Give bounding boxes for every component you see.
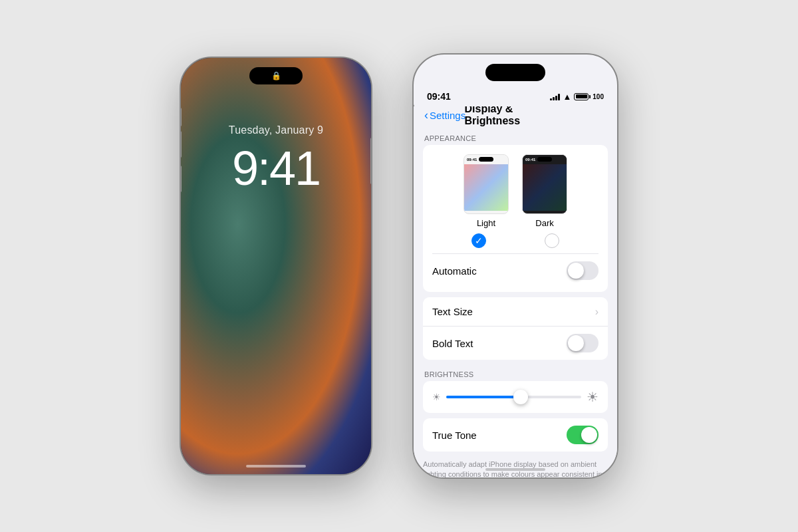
appearance-option-dark[interactable]: 09:41 Dark — [522, 154, 567, 228]
left-phone: 🔒 Tuesday, January 9 9:41 — [180, 57, 372, 475]
home-indicator-left — [246, 465, 306, 467]
signal-bars-icon — [550, 92, 560, 100]
thumb-content-dark — [523, 164, 567, 211]
appearance-option-light[interactable]: 09:41 Light — [464, 154, 509, 228]
signal-bar-4 — [558, 94, 560, 100]
settings-content[interactable]: ‹ Settings Display & Brightness APPEARAN… — [414, 106, 617, 477]
brightness-section-label: BRIGHTNESS — [414, 365, 617, 381]
appearance-card: 09:41 Light 09:41 Dark — [423, 145, 608, 292]
brightness-track[interactable] — [446, 396, 581, 398]
text-section-card: Text Size › Bold Text — [423, 297, 608, 360]
lockscreen-time: 9:41 — [181, 141, 371, 196]
status-icons: ▲ 100 — [550, 92, 604, 102]
text-size-chevron-icon: › — [595, 306, 598, 318]
light-mode-label: Light — [477, 218, 495, 228]
signal-bar-1 — [550, 98, 552, 100]
radio-dark[interactable] — [545, 233, 559, 248]
dynamic-island-right — [485, 64, 545, 81]
bold-text-label: Bold Text — [432, 338, 567, 349]
back-button[interactable]: ‹ Settings — [424, 109, 466, 121]
light-mode-thumb: 09:41 — [464, 154, 509, 214]
silent-button-left[interactable] — [180, 108, 182, 126]
lock-icon: 🔒 — [271, 71, 281, 80]
true-tone-description: Automatically adapt iPhone display based… — [414, 457, 617, 477]
sun-small-icon: ☀ — [432, 392, 441, 402]
toggle-thumb — [568, 263, 584, 279]
battery-tip — [589, 95, 591, 98]
dark-mode-thumb: 09:41 — [522, 154, 567, 214]
true-tone-toggle-thumb — [581, 427, 597, 443]
brightness-card: ☀ ☀ — [423, 381, 608, 413]
automatic-row: Automatic — [432, 253, 598, 283]
home-indicator-right — [485, 468, 545, 471]
lockscreen-overlay: 🔒 Tuesday, January 9 9:41 — [181, 58, 371, 474]
status-time: 09:41 — [427, 91, 550, 102]
thumb-island-dark — [537, 157, 552, 162]
status-bar: 09:41 ▲ 100 — [414, 89, 617, 104]
brightness-fill — [446, 396, 521, 398]
brightness-slider-row[interactable]: ☀ ☀ — [432, 389, 598, 405]
bold-text-toggle-thumb — [568, 335, 584, 351]
right-phone: 09:41 ▲ 100 ‹ Settings — [412, 53, 618, 479]
bold-text-row[interactable]: Bold Text — [423, 327, 608, 360]
dark-mode-label: Dark — [535, 218, 553, 228]
true-tone-card: True Tone — [423, 418, 608, 452]
appearance-options: 09:41 Light 09:41 Dark — [432, 154, 598, 228]
radio-row: ✓ — [432, 233, 598, 248]
back-label: Settings — [430, 110, 466, 121]
automatic-toggle[interactable] — [567, 261, 598, 280]
back-chevron-icon: ‹ — [424, 109, 428, 121]
nav-title: Display & Brightness — [465, 106, 567, 127]
text-size-label: Text Size — [432, 306, 595, 317]
appearance-section-label: APPEARANCE — [414, 129, 617, 145]
true-tone-label: True Tone — [432, 430, 567, 441]
bold-text-toggle[interactable] — [567, 334, 598, 352]
radio-light[interactable]: ✓ — [471, 233, 486, 248]
thumb-content-light — [464, 164, 508, 211]
thumb-island-light — [479, 157, 493, 162]
checkmark-icon: ✓ — [475, 236, 483, 245]
sun-large-icon: ☀ — [587, 389, 598, 405]
signal-bar-2 — [553, 97, 555, 100]
lockscreen-date: Tuesday, January 9 — [181, 124, 371, 136]
true-tone-row[interactable]: True Tone — [423, 418, 608, 452]
nav-bar: ‹ Settings Display & Brightness — [414, 106, 617, 129]
automatic-label: Automatic — [432, 265, 567, 277]
text-size-row[interactable]: Text Size › — [423, 297, 608, 327]
dynamic-island-left: 🔒 — [249, 67, 303, 84]
signal-bar-3 — [555, 96, 557, 100]
battery-label: 100 — [593, 93, 604, 100]
wifi-icon: ▲ — [563, 92, 571, 102]
battery-icon: 100 — [574, 93, 604, 100]
true-tone-toggle[interactable] — [567, 426, 598, 444]
battery-fill — [576, 94, 587, 98]
brightness-thumb[interactable] — [513, 390, 528, 404]
